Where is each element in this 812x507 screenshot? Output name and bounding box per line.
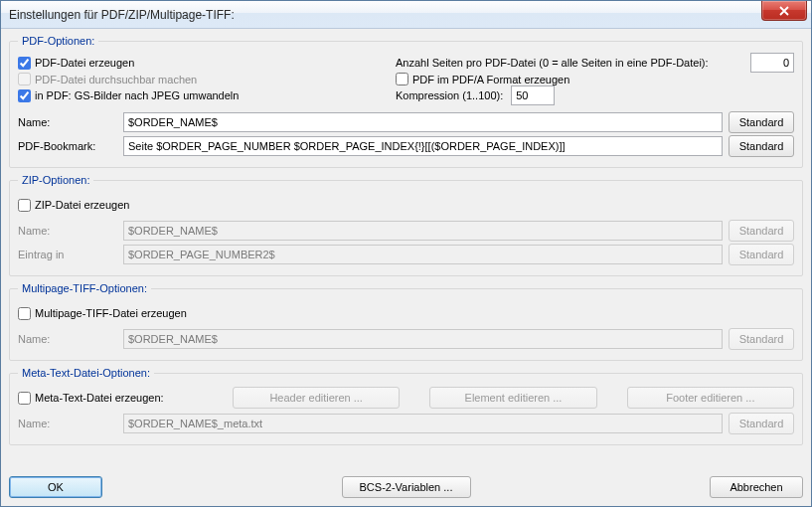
pdfa-checkbox[interactable]: PDF im PDF/A Format erzeugen (396, 73, 569, 85)
close-icon (778, 6, 790, 16)
zip-name-input (123, 221, 723, 241)
pdf-legend: PDF-Optionen: (18, 35, 98, 47)
dialog-window: Einstellungen für PDF/ZIP/Multipage-TIFF… (0, 0, 812, 507)
tiff-group: Multipage-TIFF-Optionen: Multipage-TIFF-… (9, 282, 803, 361)
zip-legend: ZIP-Optionen: (18, 174, 93, 186)
bottom-bar: OK BCS-2-Variablen ... Abbrechen (1, 470, 811, 506)
zip-entry-input (123, 245, 723, 264)
bcs-variables-button[interactable]: BCS-2-Variablen ... (342, 476, 471, 498)
zip-name-label: Name: (18, 225, 117, 237)
meta-footer-button: Footer editieren ... (627, 387, 794, 409)
pdfa-input[interactable] (396, 73, 408, 85)
meta-name-label: Name: (18, 418, 117, 429)
zip-name-standard-button: Standard (729, 220, 794, 242)
tiff-create-checkbox[interactable]: Multipage-TIFF-Datei erzeugen (18, 307, 187, 320)
window-title: Einstellungen für PDF/ZIP/Multipage-TIFF… (9, 8, 235, 22)
meta-create-label: Meta-Text-Datei erzeugen: (35, 392, 164, 404)
pdf-bookmark-standard-button[interactable]: Standard (729, 135, 794, 157)
pdf-searchable-input (18, 73, 31, 85)
tiff-create-label: Multipage-TIFF-Datei erzeugen (35, 307, 187, 319)
pdf-name-label: Name: (18, 116, 117, 128)
pdf-pages-label: Anzahl Seiten pro PDF-Datei (0 = alle Se… (396, 57, 709, 69)
tiff-name-label: Name: (18, 333, 117, 345)
pdfa-label: PDF im PDF/A Format erzeugen (412, 74, 569, 85)
compression-label: Kompression (1..100): (396, 89, 503, 101)
meta-legend: Meta-Text-Datei-Optionen: (18, 367, 154, 379)
zip-entry-standard-button: Standard (729, 244, 794, 265)
pdf-name-input[interactable] (123, 112, 723, 132)
zip-entry-label: Eintrag in (18, 249, 117, 260)
pdf-bookmark-label: PDF-Bookmark: (18, 140, 117, 152)
meta-create-checkbox[interactable]: Meta-Text-Datei erzeugen: (18, 392, 227, 405)
pdf-pages-input[interactable] (750, 53, 794, 73)
tiff-legend: Multipage-TIFF-Optionen: (18, 282, 151, 294)
pdf-create-label: PDF-Datei erzeugen (35, 57, 134, 69)
pdf-create-checkbox[interactable]: PDF-Datei erzeugen (18, 57, 134, 70)
tiff-create-input[interactable] (18, 307, 31, 320)
pdf-jpeg-label: in PDF: GS-Bilder nach JPEG umwandeln (35, 89, 239, 101)
client-area: PDF-Optionen: PDF-Datei erzeugen Anzahl … (1, 29, 811, 470)
meta-element-button: Element editieren ... (429, 387, 596, 409)
zip-group: ZIP-Optionen: ZIP-Datei erzeugen Name: S… (9, 174, 803, 276)
pdf-jpeg-checkbox[interactable]: in PDF: GS-Bilder nach JPEG umwandeln (18, 89, 239, 102)
zip-create-input[interactable] (18, 199, 31, 212)
meta-name-input (123, 414, 723, 433)
zip-create-checkbox[interactable]: ZIP-Datei erzeugen (18, 199, 129, 212)
pdf-jpeg-input[interactable] (18, 89, 31, 102)
pdf-searchable-checkbox[interactable]: PDF-Datei durchsuchbar machen (18, 73, 197, 85)
pdf-bookmark-input[interactable] (123, 136, 723, 156)
close-button[interactable] (761, 1, 807, 21)
tiff-name-standard-button: Standard (729, 328, 794, 350)
pdf-create-input[interactable] (18, 57, 31, 70)
meta-name-standard-button: Standard (729, 413, 794, 434)
titlebar: Einstellungen für PDF/ZIP/Multipage-TIFF… (1, 1, 811, 29)
cancel-button[interactable]: Abbrechen (710, 476, 803, 498)
zip-create-label: ZIP-Datei erzeugen (35, 199, 129, 211)
meta-create-input[interactable] (18, 392, 31, 405)
pdf-name-standard-button[interactable]: Standard (729, 111, 794, 133)
tiff-name-input (123, 329, 723, 349)
ok-button[interactable]: OK (9, 476, 102, 498)
meta-group: Meta-Text-Datei-Optionen: Meta-Text-Date… (9, 367, 803, 445)
compression-input[interactable] (511, 85, 555, 105)
pdf-group: PDF-Optionen: PDF-Datei erzeugen Anzahl … (9, 35, 803, 168)
pdf-searchable-label: PDF-Datei durchsuchbar machen (35, 74, 197, 85)
meta-header-button: Header editieren ... (233, 387, 400, 409)
